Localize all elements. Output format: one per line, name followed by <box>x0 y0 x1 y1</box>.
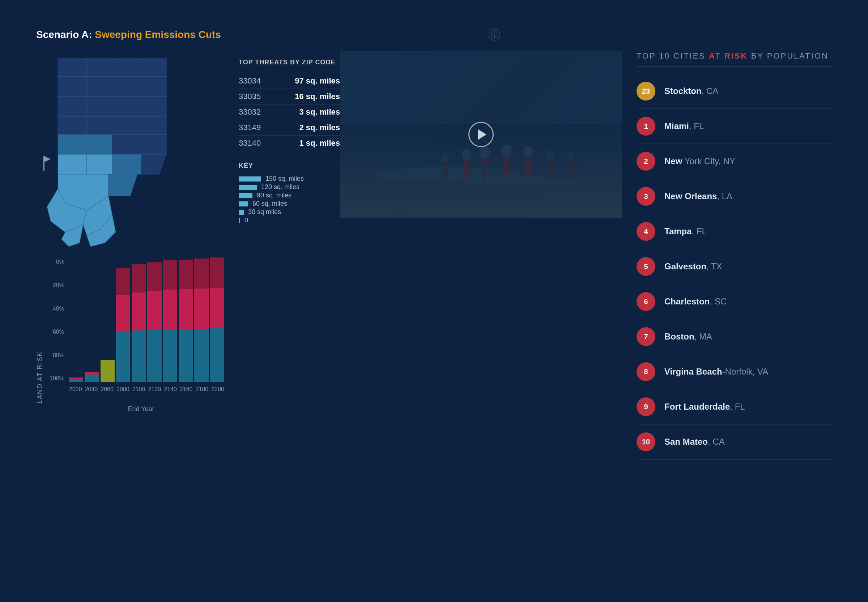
video-background <box>340 51 622 218</box>
svg-rect-11 <box>141 97 166 117</box>
city-item-neworleans: 3 New Orleans, LA <box>636 179 832 214</box>
svg-rect-9 <box>87 97 112 117</box>
threat-row-2: 33035 16 sq. miles <box>239 89 340 104</box>
city-item-boston: 7 Boston, MA <box>636 319 832 354</box>
scenario-label: Scenario A: Sweeping Emissions Cuts <box>36 29 221 40</box>
middle-section: TOP THREATS BY ZIP CODE 33034 97 sq. mil… <box>224 51 615 567</box>
x-axis: 2020 2040 2060 2080 2100 2120 2140 2160 … <box>69 386 224 393</box>
svg-rect-12 <box>58 117 87 135</box>
city-name-newyork: New York City, NY <box>664 156 735 166</box>
key-item-0: 0 <box>239 217 340 224</box>
svg-rect-15 <box>141 117 166 135</box>
key-items: 150 sq. miles 120 sq. miles 90 sq. miles <box>239 175 340 224</box>
city-badge-charleston: 6 <box>636 292 655 311</box>
bar-2200 <box>210 259 224 382</box>
scenario-header: Scenario A: Sweeping Emissions Cuts ⓘ <box>36 29 832 40</box>
scenario-name: Sweeping Emissions Cuts <box>95 29 221 40</box>
city-item-newyork: 2 New York City, NY <box>636 144 832 179</box>
map-section: Land at Risk 100% 80% 60% 40% 20% 0% <box>36 51 224 567</box>
threats-table: 33034 97 sq. miles 33035 16 sq. miles 33… <box>239 74 340 151</box>
key-item-150: 150 sq. miles <box>239 175 340 183</box>
info-icon[interactable]: ⓘ <box>489 29 500 40</box>
city-name-miami: Miami, FL <box>664 121 704 131</box>
key-bar-60 <box>239 201 248 206</box>
svg-rect-6 <box>112 77 141 97</box>
city-item-miami: 1 Miami, FL <box>636 109 832 144</box>
city-name-galveston: Galveston, TX <box>664 261 722 272</box>
city-badge-tampa: 4 <box>636 222 655 241</box>
key-title: KEY <box>239 162 340 170</box>
threats-title: TOP THREATS BY ZIP CODE <box>239 58 340 66</box>
cities-header: TOP 10 CITIES AT RISK BY POPULATION <box>636 51 832 66</box>
threat-row-5: 33140 1 sq. miles <box>239 135 340 151</box>
city-badge-miami: 1 <box>636 117 655 135</box>
city-name-charleston: Charleston, SC <box>664 296 727 307</box>
city-badge-fortlauderdale: 9 <box>636 397 655 416</box>
city-name-sanmateo: San Mateo, CA <box>664 437 725 447</box>
city-item-charleston: 6 Charleston, SC <box>636 284 832 319</box>
cities-divider <box>636 66 832 66</box>
content-area: Land at Risk 100% 80% 60% 40% 20% 0% <box>36 51 832 567</box>
city-name-neworleans: New Orleans, LA <box>664 191 732 201</box>
bar-2120 <box>147 259 161 382</box>
chart-section: Land at Risk 100% 80% 60% 40% 20% 0% <box>36 259 224 432</box>
key-bar-120 <box>239 185 257 190</box>
svg-rect-8 <box>58 97 87 117</box>
key-item-60: 60 sq. miles <box>239 200 340 207</box>
play-button[interactable] <box>469 122 494 147</box>
svg-rect-10 <box>112 97 141 117</box>
svg-rect-21 <box>87 154 112 174</box>
svg-rect-22 <box>112 154 141 174</box>
key-item-30: 30 sq miles <box>239 208 340 216</box>
city-badge-stockton: 23 <box>636 82 655 100</box>
bar-2080 <box>116 259 130 382</box>
florida-map <box>36 51 210 254</box>
city-item-virginiabeach: 8 Virgina Beach-Norfolk, VA <box>636 354 832 389</box>
cities-section: TOP 10 CITIES AT RISK BY POPULATION 23 S… <box>615 51 832 567</box>
city-item-fortlauderdale: 9 Fort Lauderdale, FL <box>636 389 832 424</box>
y-axis: 100% 80% 60% 40% 20% 0% <box>48 259 67 382</box>
svg-rect-7 <box>141 77 166 97</box>
bar-2020 <box>69 259 83 382</box>
city-list: 23 Stockton, CA 1 Miami, FL 2 New Y <box>636 74 832 459</box>
threat-row-3: 33032 3 sq. miles <box>239 104 340 120</box>
svg-marker-23 <box>141 154 166 174</box>
key-item-90: 90 sq. miles <box>239 192 340 199</box>
threat-row-1: 33034 97 sq. miles <box>239 74 340 89</box>
svg-rect-1 <box>87 58 112 77</box>
bar-2160 <box>179 259 193 382</box>
city-badge-sanmateo: 10 <box>636 432 655 451</box>
svg-marker-31 <box>45 156 51 162</box>
svg-rect-3 <box>141 58 166 77</box>
svg-rect-4 <box>58 77 87 97</box>
city-name-fortlauderdale: Fort Lauderdale, FL <box>664 402 745 412</box>
city-badge-newyork: 2 <box>636 152 655 170</box>
city-name-virginiabeach: Virgina Beach-Norfolk, VA <box>664 367 768 377</box>
play-triangle <box>478 129 487 140</box>
scenario-divider <box>228 35 481 35</box>
x-axis-label: End Year <box>36 405 224 413</box>
bar-2140 <box>163 259 177 382</box>
city-item-galveston: 5 Galveston, TX <box>636 249 832 284</box>
svg-rect-20 <box>58 154 87 174</box>
key-bar-150 <box>239 177 261 181</box>
key-bar-0 <box>239 218 240 223</box>
svg-rect-2 <box>112 58 141 77</box>
key-item-120: 120 sq. miles <box>239 183 340 191</box>
cities-title: TOP 10 CITIES AT RISK BY POPULATION <box>636 51 832 61</box>
key-bar-90 <box>239 193 252 198</box>
video-overlay[interactable] <box>340 51 622 218</box>
svg-rect-30 <box>43 156 45 170</box>
city-badge-boston: 7 <box>636 327 655 346</box>
city-name-stockton: Stockton, CA <box>664 86 718 96</box>
svg-rect-5 <box>87 77 112 97</box>
main-container: Scenario A: Sweeping Emissions Cuts ⓘ <box>0 0 868 602</box>
bars-area <box>69 259 224 382</box>
city-badge-virginiabeach: 8 <box>636 362 655 381</box>
svg-rect-16 <box>58 135 87 154</box>
city-badge-neworleans: 3 <box>636 187 655 206</box>
svg-rect-18 <box>112 135 141 154</box>
threat-row-4: 33149 2 sq. miles <box>239 120 340 135</box>
bar-2100 <box>132 259 146 382</box>
svg-rect-19 <box>141 135 166 154</box>
